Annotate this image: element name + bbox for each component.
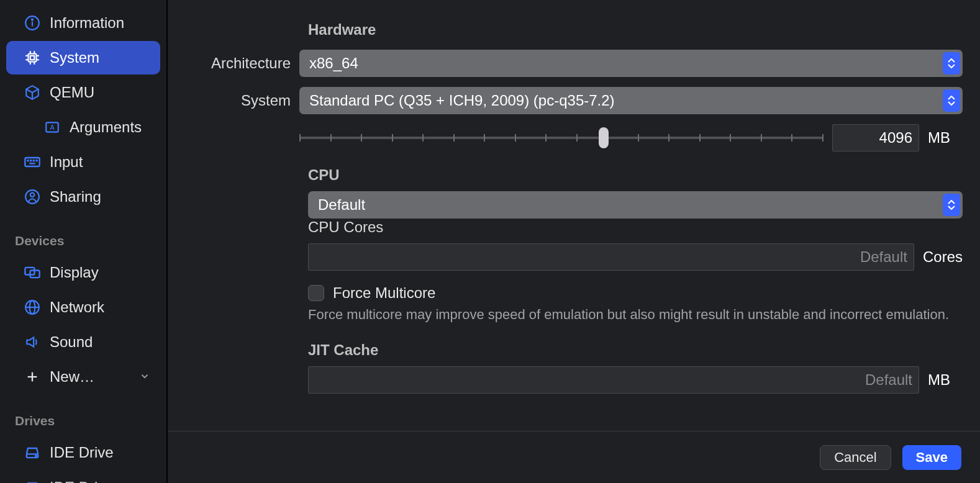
drive-icon <box>24 444 41 461</box>
sidebar-item-ide-drive-1[interactable]: IDE Drive <box>6 436 160 469</box>
cpu-icon <box>24 49 41 66</box>
svg-point-2 <box>32 19 33 20</box>
keyboard-icon <box>24 153 41 171</box>
updown-icon <box>943 89 960 112</box>
cube-icon <box>24 84 41 101</box>
sidebar-item-label: Display <box>50 264 99 281</box>
memory-unit: MB <box>928 129 963 147</box>
globe-icon <box>24 299 41 316</box>
cpu-heading: CPU <box>308 166 963 184</box>
sidebar-item-label: Sound <box>50 333 93 351</box>
sidebar-item-label: IDE Drive <box>50 444 114 461</box>
person-icon <box>24 188 41 205</box>
sidebar-section-devices: Devices <box>0 215 166 255</box>
updown-icon <box>943 194 960 216</box>
force-multicore-label: Force Multicore <box>333 284 435 302</box>
architecture-label: Architecture <box>185 55 299 72</box>
cpu-cores-heading: CPU Cores <box>308 219 963 236</box>
memory-slider[interactable] <box>299 127 823 149</box>
cpu-cores-input[interactable] <box>308 243 914 271</box>
sidebar-item-label: Input <box>50 153 83 171</box>
cpu-popup[interactable]: Default <box>308 191 963 219</box>
svg-point-19 <box>34 160 34 161</box>
system-row: System Standard PC (Q35 + ICH9, 2009) (p… <box>185 87 963 114</box>
hardware-heading: Hardware <box>308 21 963 38</box>
jit-cache-row: MB <box>308 366 963 394</box>
cpu-popup-value: Default <box>318 196 365 214</box>
system-popup-value: Standard PC (Q35 + ICH9, 2009) (pc-q35-7… <box>309 92 615 109</box>
sidebar-item-information[interactable]: Information <box>6 6 160 40</box>
svg-rect-3 <box>29 54 37 62</box>
sidebar-item-input[interactable]: Input <box>6 145 160 179</box>
updown-icon <box>943 52 960 74</box>
chevron-down-icon <box>139 368 150 386</box>
cpu-cores-row: Cores <box>308 243 963 271</box>
speaker-icon <box>24 333 41 351</box>
cpu-cores-unit: Cores <box>923 248 963 266</box>
system-label: System <box>185 92 299 109</box>
sidebar-item-system[interactable]: System <box>6 41 160 74</box>
sidebar-section-drives: Drives <box>0 395 166 435</box>
svg-point-18 <box>30 160 31 161</box>
content-scroll[interactable]: Hardware Architecture x86_64 System Stan… <box>168 0 980 431</box>
cpu-row: Default <box>308 191 963 219</box>
svg-point-20 <box>36 160 37 161</box>
sidebar-item-sound[interactable]: Sound <box>6 325 160 359</box>
sidebar-item-label: QEMU <box>50 84 94 101</box>
sidebar-item-label: Information <box>50 14 124 32</box>
sidebar-item-label: Arguments <box>70 119 142 136</box>
sidebar-item-sharing[interactable]: Sharing <box>6 180 160 214</box>
cancel-button[interactable]: Cancel <box>820 445 891 470</box>
info-icon <box>24 14 41 32</box>
sidebar-item-label: New… <box>50 368 94 386</box>
memory-slider-knob[interactable] <box>599 127 609 148</box>
svg-point-17 <box>27 160 28 161</box>
svg-rect-16 <box>25 158 39 166</box>
svg-rect-4 <box>30 56 35 60</box>
drive-icon <box>24 479 41 483</box>
jit-cache-input[interactable] <box>308 366 919 394</box>
sidebar-item-arguments[interactable]: A Arguments <box>6 111 160 144</box>
save-button[interactable]: Save <box>902 445 961 470</box>
jit-cache-unit: MB <box>928 371 963 389</box>
sidebar-item-label: System <box>50 49 99 66</box>
display-icon <box>24 264 41 281</box>
force-multicore-hint: Force multicore may improve speed of emu… <box>308 307 963 323</box>
sidebar-item-display[interactable]: Display <box>6 256 160 289</box>
force-multicore-row: Force Multicore <box>308 284 963 302</box>
svg-text:A: A <box>50 124 55 131</box>
architecture-popup[interactable]: x86_64 <box>299 50 963 77</box>
system-popup[interactable]: Standard PC (Q35 + ICH9, 2009) (pc-q35-7… <box>299 87 963 114</box>
jit-cache-heading: JIT Cache <box>308 341 963 359</box>
svg-point-32 <box>35 455 37 456</box>
arguments-icon: A <box>43 119 61 136</box>
sidebar-item-new[interactable]: New… <box>6 360 160 394</box>
footer: Cancel Save <box>168 431 980 483</box>
memory-input[interactable] <box>832 124 919 151</box>
sidebar-item-label: Network <box>50 299 104 316</box>
svg-point-23 <box>30 193 35 197</box>
sidebar-item-label: Sharing <box>50 188 101 205</box>
architecture-row: Architecture x86_64 <box>185 50 963 77</box>
plus-icon <box>24 368 41 386</box>
architecture-popup-value: x86_64 <box>309 55 358 72</box>
sidebar-item-network[interactable]: Network <box>6 291 160 324</box>
sidebar: Information System QEMU A Arguments Inpu… <box>0 0 168 483</box>
sidebar-item-ide-drive-2[interactable]: IDE Drive <box>6 471 160 483</box>
sidebar-item-label: IDE Drive <box>50 479 114 483</box>
force-multicore-checkbox[interactable] <box>308 285 324 301</box>
memory-row: MB <box>185 124 963 151</box>
sidebar-item-qemu[interactable]: QEMU <box>6 76 160 109</box>
main-panel: Hardware Architecture x86_64 System Stan… <box>168 0 980 483</box>
